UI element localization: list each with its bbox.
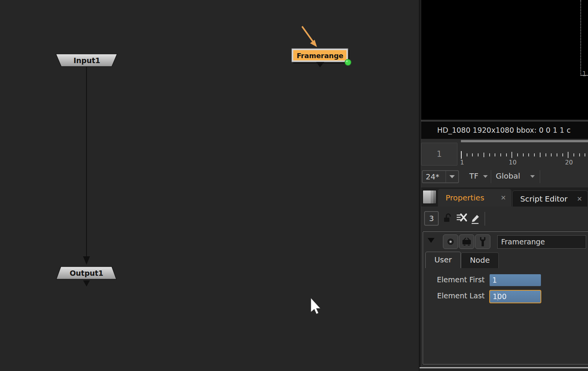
node-framerange-label: Framerange (297, 52, 343, 60)
tab-script-editor-label: Script Editor (513, 194, 568, 203)
element-first-label: Element First (423, 275, 485, 284)
properties-pane: Properties ✕ Script Editor ✕ 3 (421, 187, 588, 371)
right-panel: 1 HD_1080 1920x1080 bbox: 0 0 1 1 c 1 11… (421, 0, 588, 371)
separator (491, 170, 491, 183)
node-name-field[interactable]: Framerange (497, 235, 586, 249)
tab-node[interactable]: Node (461, 252, 499, 268)
fps-dropdown[interactable]: 24* (422, 170, 459, 183)
ruler-tick (528, 153, 529, 156)
ruler-tick (546, 153, 546, 156)
fps-value: 24* (423, 172, 446, 181)
center-node-button[interactable] (443, 234, 458, 249)
ruler-tick-label: 10 (509, 159, 516, 166)
tv-icon (462, 238, 472, 246)
node-framerange[interactable]: Framerange (292, 49, 351, 67)
output-arrowhead-icon (83, 280, 90, 286)
annotation-arrow-icon (302, 26, 317, 47)
ruler-tick (478, 153, 479, 156)
node-input1[interactable]: Input1 (56, 54, 117, 67)
ruler-tick (506, 153, 507, 156)
settings-button[interactable] (475, 234, 490, 249)
pane-layout-menu-icon[interactable] (423, 190, 436, 204)
max-panels-field[interactable]: 3 (424, 211, 439, 226)
element-first-input[interactable]: 1 (489, 274, 541, 286)
edit-pencil-icon[interactable] (470, 213, 481, 224)
range-mode-chevron-down-icon[interactable] (530, 175, 535, 178)
close-icon[interactable]: ✕ (501, 194, 506, 202)
separator (540, 170, 540, 183)
pane-tabs: Properties ✕ Script Editor ✕ (421, 187, 588, 207)
ruler-tick (585, 153, 585, 156)
viewer-attach-button[interactable] (459, 234, 474, 249)
ruler-tick (461, 151, 462, 159)
ruler-tick-label: 1 (460, 159, 464, 166)
properties-toolbar: 3 (421, 207, 588, 231)
viewer-canvas[interactable]: 1 (421, 0, 588, 120)
bbox-coordinate-label: 1 (582, 70, 586, 78)
field-row: Element Last 100 (423, 290, 588, 303)
bbox-boundary-line (580, 0, 581, 75)
ruler-tick (495, 153, 495, 156)
ruler-tick (472, 153, 473, 156)
node-output1-label: Output1 (70, 269, 103, 277)
node-input1-label: Input1 (74, 56, 100, 65)
range-mode-dropdown[interactable]: Global (496, 171, 520, 181)
pane-bottom-gap (420, 368, 588, 371)
wrench-icon (479, 237, 487, 247)
ruler-tick (467, 153, 467, 156)
ruler-tick (511, 152, 512, 158)
target-icon (446, 238, 455, 246)
nuke-window: Input1 Output1 Framerange (0, 0, 588, 371)
ruler-tick (523, 153, 524, 156)
timeline-ruler[interactable]: 11020 (421, 139, 588, 169)
timeline-controls: 24* TF Global (421, 170, 588, 184)
tab-script-editor[interactable]: Script Editor ✕ (512, 190, 588, 207)
framerange-output-icon[interactable] (316, 62, 324, 67)
close-icon[interactable]: ✕ (577, 195, 582, 203)
ruler-tick (579, 153, 580, 156)
ruler-tick (489, 153, 490, 156)
framerange-properties-group: Framerange User Node Element First 1 Ele… (423, 231, 588, 364)
ruler-tick (500, 153, 501, 156)
ruler-tick (483, 153, 484, 157)
tf-chevron-down-icon[interactable] (483, 175, 488, 178)
selected-indicator-dot (345, 59, 351, 65)
element-last-value: 100 (493, 292, 506, 301)
node-output1[interactable]: Output1 (56, 267, 116, 286)
ruler-tick (540, 153, 541, 157)
tf-dropdown[interactable]: TF (469, 171, 479, 181)
element-last-label: Element Last (423, 291, 485, 300)
clear-panels-icon[interactable] (456, 213, 468, 223)
ruler-tick (557, 153, 557, 156)
node-graph[interactable]: Input1 Output1 Framerange (0, 0, 419, 371)
ruler-tick (573, 153, 574, 156)
lock-panels-icon[interactable] (443, 213, 452, 223)
mouse-cursor-icon (311, 298, 322, 316)
text-caret (498, 293, 498, 301)
ruler-tick (534, 153, 535, 156)
viewer-info-bar: HD_1080 1920x1080 bbox: 0 0 1 1 c (421, 122, 588, 139)
timeline: 1 11020 24* TF Global (421, 139, 588, 187)
ruler-tick (517, 153, 518, 156)
ruler-tick (562, 153, 563, 156)
ruler-tick (551, 153, 552, 156)
collapse-triangle-icon[interactable] (428, 238, 434, 243)
field-row: Element First 1 (423, 274, 588, 287)
element-last-input[interactable]: 100 (489, 290, 541, 303)
tab-properties[interactable]: Properties ✕ (438, 189, 511, 207)
ruler-tick (568, 152, 568, 158)
separator (485, 212, 485, 226)
tab-user[interactable]: User (425, 252, 461, 268)
connector-arrowhead-icon (83, 256, 90, 265)
ruler-tick-label: 20 (565, 159, 573, 166)
tab-properties-label: Properties (438, 193, 484, 202)
dot-highlight (346, 60, 348, 62)
fps-arrow-button[interactable] (446, 171, 458, 182)
